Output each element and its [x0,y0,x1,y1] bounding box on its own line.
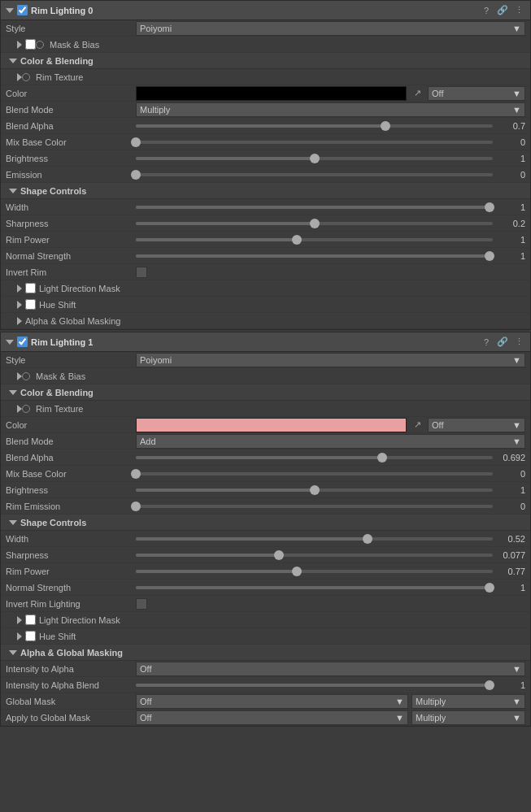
panel1-atgm-dropdown[interactable]: Off ▼ [136,710,408,725]
panel0-color-link-icon[interactable]: ↗ [410,86,424,101]
panel1-collapse-icon[interactable] [6,340,14,345]
panel1-header[interactable]: Rim Lighting 1 ? 🔗 ⋮ [1,332,530,352]
panel1-mix-base-thumb[interactable] [131,469,141,479]
panel1-atgm-right-dropdown[interactable]: Multiply ▼ [411,710,525,725]
panel1-blend-alpha-thumb[interactable] [377,453,387,462]
panel0-color-off-dropdown[interactable]: Off ▼ [428,86,525,101]
panel0-rim-texture-icon [22,73,30,81]
panel1-shape-controls-header[interactable]: Shape Controls [1,515,530,531]
panel0-width-thumb[interactable] [485,202,494,212]
panel1-rim-power-thumb[interactable] [292,567,302,576]
panel1-hs-checkbox[interactable] [25,631,36,641]
panel1-mix-base-label: Mix Base Color [6,469,136,479]
panel1-itab-track [136,684,493,687]
panel1-sc-title: Shape Controls [20,518,86,528]
panel1-blend-alpha-label: Blend Alpha [6,453,136,462]
panel1-gm-dropdown[interactable]: Off ▼ [136,694,408,709]
panel1-color-swatch[interactable] [136,418,407,432]
panel1-emission-thumb[interactable] [131,502,141,511]
panel0-brightness-thumb[interactable] [310,154,320,163]
panel1-rim-power-slider[interactable]: 0.77 [136,564,525,579]
panel0-blend-alpha-thumb[interactable] [381,121,390,131]
panel1-blend-mode-dropdown[interactable]: Add ▼ [136,434,525,449]
panel1-blend-mode-control: Add ▼ [136,434,525,449]
panel0-agm-row[interactable]: Alpha & Global Masking [1,313,530,329]
panel1-normal-strength-thumb[interactable] [485,583,494,593]
panel1-mask-bias-row[interactable]: Mask & Bias [1,368,530,384]
panel0-enable-checkbox[interactable] [17,5,28,15]
panel1-ldm-checkbox[interactable] [25,614,36,625]
panel0-rim-texture-row[interactable]: Rim Texture [1,69,530,85]
panel1-rim-texture-row[interactable]: Rim Texture [1,401,530,417]
panel0-blend-alpha-slider[interactable]: 0.7 [136,119,525,133]
panel1-menu-icon[interactable]: ⋮ [512,336,525,349]
panel1-color-link-icon[interactable]: ↗ [410,418,424,432]
panel0-width-row: Width 1 [1,199,530,215]
panel1-hue-shift-row[interactable]: Hue Shift [1,628,530,645]
panel1-color-blending-header[interactable]: Color & Blending [1,384,530,401]
panel1-enable-checkbox[interactable] [17,337,28,347]
panel1-mix-base-slider[interactable]: 0 [136,467,525,481]
panel1-width-value: 0.52 [496,534,525,544]
panel0-color-blending-header[interactable]: Color & Blending [1,53,530,69]
panel0-width-slider[interactable]: 1 [136,200,525,215]
panel1-hs-triangle [17,632,22,640]
panel0-sharpness-thumb[interactable] [310,219,320,228]
panel0-blend-alpha-fill [136,124,385,128]
panel0-mask-bias-triangle [17,41,22,49]
panel0-mask-bias-row[interactable]: Mask & Bias [1,37,530,53]
panel0-brightness-slider[interactable]: 1 [136,151,525,166]
panel1-gm-right-dropdown[interactable]: Multiply ▼ [411,694,525,709]
panel0-style-dropdown[interactable]: Poiyomi ▼ [136,21,525,36]
panel1-blend-alpha-slider[interactable]: 0.692 [136,450,525,465]
panel0-hue-shift-row[interactable]: Hue Shift [1,297,530,313]
panel1-ita-row: Intensity to Alpha Off ▼ [1,661,530,677]
panel1-help-icon[interactable]: ? [480,336,493,349]
panel1-color-off-dropdown[interactable]: Off ▼ [428,418,525,432]
panel1-emission-slider[interactable]: 0 [136,499,525,514]
panel1-itab-slider[interactable]: 1 [136,678,525,693]
panel1-agm-title: Alpha & Global Masking [20,648,123,658]
panel1-width-thumb[interactable] [363,534,372,544]
panel0-link-icon[interactable]: 🔗 [496,4,509,17]
panel1-ldm-row[interactable]: Light Direction Mask [1,612,530,628]
panel0-emission-slider[interactable]: 0 [136,167,525,182]
panel0-mix-base-slider[interactable]: 0 [136,135,525,150]
panel1-style-dropdown[interactable]: Poiyomi ▼ [136,353,525,367]
panel0-invert-rim-checkbox[interactable] [136,267,147,278]
panel0-collapse-icon[interactable] [6,8,14,13]
panel0-hs-checkbox[interactable] [25,299,36,310]
panel0-normal-strength-thumb[interactable] [485,251,494,261]
panel0-ldm-row[interactable]: Light Direction Mask [1,280,530,297]
panel0-color-swatch[interactable] [136,86,407,101]
panel0-emission-thumb[interactable] [131,170,141,180]
panel0-header[interactable]: Rim Lighting 0 ? 🔗 ⋮ [1,1,530,20]
panel1-ita-dropdown[interactable]: Off ▼ [136,662,525,676]
panel1-width-slider[interactable]: 0.52 [136,532,525,546]
panel1-itab-thumb[interactable] [485,680,494,690]
panel1-agm-header[interactable]: Alpha & Global Masking [1,645,530,661]
panel1-width-row: Width 0.52 [1,531,530,547]
panel0-help-icon[interactable]: ? [480,4,493,17]
panel1-normal-strength-slider[interactable]: 1 [136,580,525,595]
panel1-brightness-fill [136,489,315,492]
panel1-link-icon[interactable]: 🔗 [496,336,509,349]
panel0-rim-power-thumb[interactable] [292,235,302,245]
panel0-normal-strength-slider[interactable]: 1 [136,249,525,263]
panel0-shape-controls-header[interactable]: Shape Controls [1,183,530,199]
panel0-blend-mode-dropdown[interactable]: Multiply ▼ [136,102,525,117]
panel1-ita-label: Intensity to Alpha [6,664,136,674]
panel0-sharpness-slider[interactable]: 0.2 [136,216,525,231]
panel0-mix-base-thumb[interactable] [131,137,141,147]
panel1-brightness-thumb[interactable] [310,485,320,495]
panel1-blend-alpha-value: 0.692 [496,453,525,462]
panel0-menu-icon[interactable]: ⋮ [512,4,525,17]
panel1-sharpness-slider[interactable]: 0.077 [136,548,525,562]
panel1-brightness-slider[interactable]: 1 [136,483,525,497]
panel0-width-track [136,206,493,209]
panel0-mask-bias-checkbox[interactable] [25,39,36,50]
panel1-sharpness-thumb[interactable] [274,550,284,560]
panel0-rim-power-slider[interactable]: 1 [136,232,525,247]
panel0-ldm-checkbox[interactable] [25,283,36,293]
panel1-invert-rim-checkbox[interactable] [136,598,147,610]
